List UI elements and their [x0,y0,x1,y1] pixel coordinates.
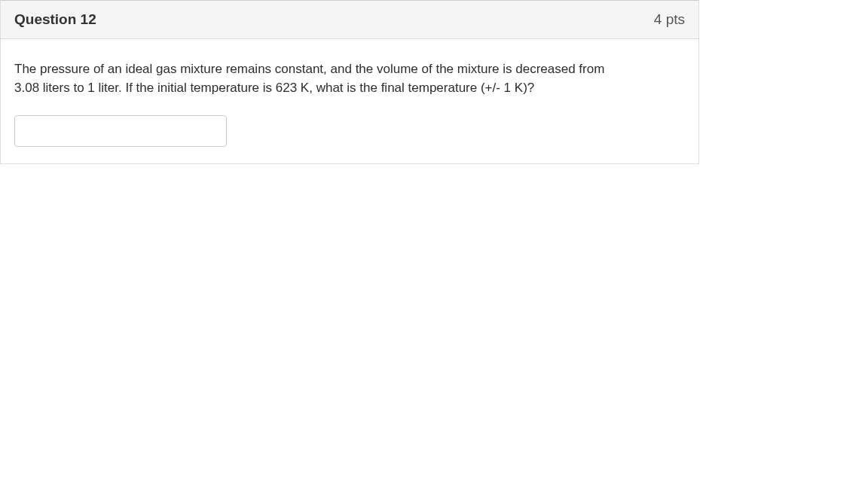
question-card: Question 12 4 pts The pressure of an ide… [0,0,699,164]
question-title: Question 12 [14,11,96,28]
question-text-line: The pressure of an ideal gas mixture rem… [14,62,604,76]
question-body: The pressure of an ideal gas mixture rem… [1,39,698,163]
question-text: The pressure of an ideal gas mixture rem… [14,60,685,97]
question-header: Question 12 4 pts [1,1,698,39]
question-points: 4 pts [654,11,685,28]
question-text-line: 3.08 liters to 1 liter. If the initial t… [14,81,534,95]
answer-input[interactable] [14,115,227,147]
